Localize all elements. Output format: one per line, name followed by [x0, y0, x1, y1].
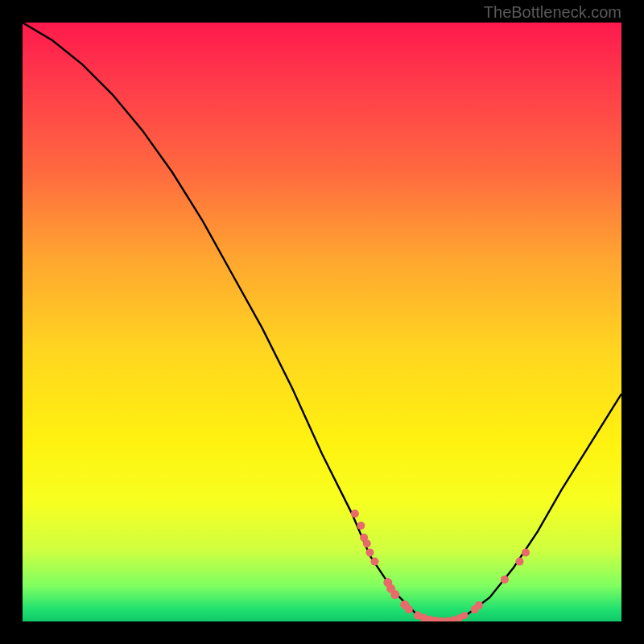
attribution-text: TheBottleneck.com: [484, 3, 621, 22]
curve-marker: [351, 510, 359, 518]
curve-marker: [366, 548, 374, 556]
bottleneck-curve: [23, 23, 621, 621]
curve-marker: [501, 576, 509, 584]
curve-marker: [461, 612, 469, 619]
curve-marker: [363, 539, 371, 547]
curve-marker: [475, 601, 483, 609]
curve-marker: [390, 590, 399, 599]
bottleneck-curve-svg: [23, 23, 621, 621]
curve-markers: [351, 510, 530, 621]
curve-marker: [405, 605, 413, 613]
curve-marker: [516, 558, 524, 566]
curve-marker: [522, 548, 530, 556]
curve-marker: [357, 522, 365, 530]
plot-area: [23, 23, 621, 621]
curve-marker: [371, 558, 379, 566]
